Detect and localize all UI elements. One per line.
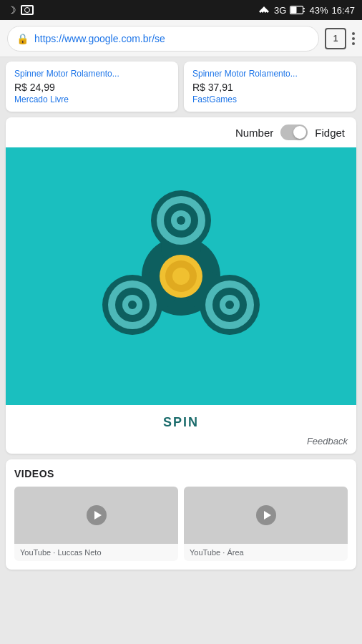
video-card-0[interactable]: YouTube · Luccas Neto — [14, 487, 178, 561]
address-bar: 🔒 https://www.google.com.br/se 1 — [0, 20, 362, 57]
video-thumb-0 — [14, 487, 178, 544]
svg-point-27 — [172, 268, 190, 285]
feedback-link[interactable]: Feedback — [307, 436, 348, 447]
video-card-info-1: YouTube · Área — [184, 544, 348, 561]
videos-section: VIDEOS YouTube · Luccas Neto — [6, 459, 356, 570]
shop-card-title-0: Spinner Motor Rolamento... — [14, 69, 170, 79]
video-cards: YouTube · Luccas Neto YouTube · Área — [14, 487, 348, 561]
spinner-area[interactable] — [6, 147, 356, 405]
toggle-number-label: Number — [235, 127, 273, 139]
play-icon-1 — [255, 504, 277, 526]
video-source-1: YouTube · Área — [190, 548, 342, 557]
photo-icon — [21, 5, 34, 15]
battery-icon — [290, 6, 305, 14]
status-bar: ☽ 3G 43% 16:47 — [0, 0, 362, 20]
shop-card-price-1: R$ 37,91 — [192, 82, 348, 93]
address-input-wrap[interactable]: 🔒 https://www.google.com.br/se — [7, 26, 319, 52]
video-card-info-0: YouTube · Luccas Neto — [14, 544, 178, 561]
tab-count-button[interactable]: 1 — [325, 28, 346, 49]
network-label: 3G — [274, 5, 286, 16]
spin-label: SPIN — [163, 415, 199, 430]
shop-card-title-1: Spinner Motor Rolamento... — [192, 69, 348, 79]
svg-point-24 — [225, 301, 234, 309]
toggle-fidget-label: Fidget — [315, 127, 345, 139]
spin-label-row: SPIN — [6, 405, 356, 436]
video-source-0: YouTube · Luccas Neto — [20, 548, 172, 557]
toggle-row: Number Fidget — [6, 117, 356, 147]
status-right: 3G 43% 16:47 — [258, 5, 355, 16]
video-card-1[interactable]: YouTube · Área — [184, 487, 348, 561]
video-thumb-1 — [184, 487, 348, 544]
feedback-row: Feedback — [6, 436, 356, 454]
shop-card-store-1: FastGames — [192, 94, 348, 104]
spinner-widget: Number Fidget — [6, 117, 356, 454]
moon-icon: ☽ — [7, 4, 16, 16]
shop-card-price-0: R$ 24,99 — [14, 82, 170, 93]
toggle-switch[interactable] — [280, 125, 308, 140]
lock-icon: 🔒 — [16, 33, 29, 44]
svg-point-20 — [128, 301, 137, 309]
videos-title: VIDEOS — [14, 468, 348, 479]
status-left: ☽ — [7, 4, 34, 16]
signal-icon — [258, 5, 270, 15]
spinner-svg — [74, 169, 288, 384]
shop-card-0[interactable]: Spinner Motor Rolamento... R$ 24,99 Merc… — [6, 62, 178, 112]
address-text: https://www.google.com.br/se — [34, 33, 165, 44]
time-label: 16:47 — [331, 5, 355, 16]
shop-card-1[interactable]: Spinner Motor Rolamento... R$ 37,91 Fast… — [184, 62, 356, 112]
shopping-cards: Spinner Motor Rolamento... R$ 24,99 Merc… — [6, 62, 356, 112]
menu-dots-button[interactable] — [352, 28, 355, 49]
svg-point-16 — [177, 216, 185, 225]
main-content: Spinner Motor Rolamento... R$ 24,99 Merc… — [0, 57, 362, 574]
shop-card-store-0: Mercado Livre — [14, 94, 170, 104]
svg-rect-3 — [291, 7, 297, 14]
play-icon-0 — [86, 504, 107, 526]
battery-label: 43% — [309, 5, 328, 16]
